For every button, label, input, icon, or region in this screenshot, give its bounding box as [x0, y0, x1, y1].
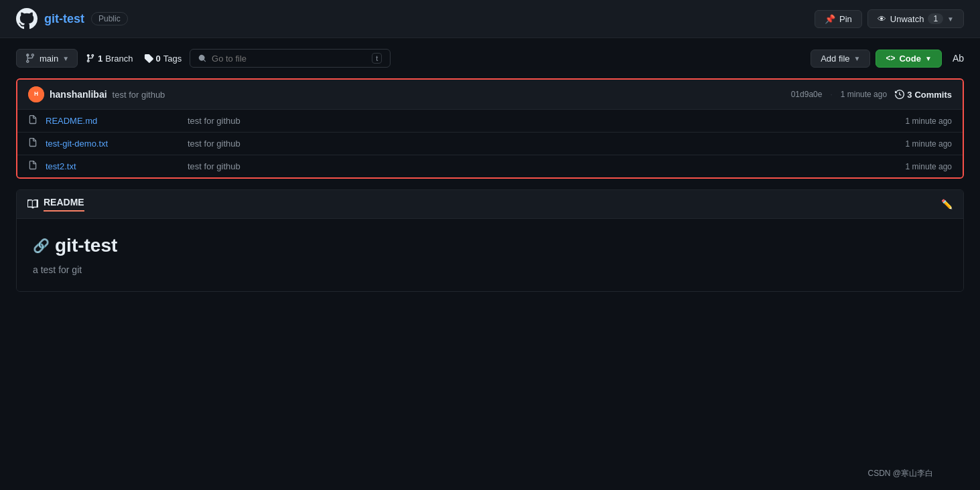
file-time-test2: 1 minute ago	[885, 162, 952, 171]
file-browser-section: H hanshanlibai test for github 01d9a0e ·…	[16, 78, 964, 292]
file-browser: H hanshanlibai test for github 01d9a0e ·…	[16, 78, 964, 179]
chevron-down-code-icon: ▼	[925, 55, 932, 62]
repo-toolbar: main ▼ 1 Branch 0 Tags t Add file	[0, 38, 980, 78]
chevron-down-icon: ▼	[947, 15, 954, 23]
code-icon: <>	[886, 54, 895, 63]
readme-header: README ✏️	[17, 190, 963, 219]
watch-count: 1	[928, 13, 943, 24]
commit-row: H hanshanlibai test for github 01d9a0e ·…	[17, 80, 963, 110]
branch-count-icon	[86, 54, 95, 63]
branches-link[interactable]: 1 Branch	[86, 54, 133, 64]
chevron-down-icon: ▼	[854, 55, 861, 62]
separator: ·	[830, 90, 832, 99]
file-icon	[28, 138, 38, 149]
avatar: H	[28, 86, 44, 102]
commits-count: 3	[907, 90, 912, 100]
file-time-readme: 1 minute ago	[885, 116, 952, 126]
link-icon: 🔗	[33, 238, 50, 254]
file-commit-msg-test2: test for github	[188, 161, 877, 171]
file-icon	[28, 161, 38, 172]
file-name-readme[interactable]: README.md	[46, 116, 180, 126]
file-commit-msg-readme: test for github	[188, 116, 877, 126]
repo-name[interactable]: git-test	[44, 12, 84, 26]
commits-label: Commits	[914, 90, 952, 100]
github-logo-icon	[16, 8, 38, 29]
unwatch-button[interactable]: 👁 Unwatch 1 ▼	[867, 9, 964, 28]
branch-tags: 1 Branch 0 Tags	[86, 54, 182, 64]
commit-hash[interactable]: 01d9a0e	[791, 90, 823, 99]
pin-icon: 📌	[825, 14, 835, 24]
search-key-badge: t	[372, 53, 382, 64]
pin-button[interactable]: 📌 Pin	[815, 10, 862, 28]
add-file-button[interactable]: Add file ▼	[811, 50, 870, 68]
edit-icon[interactable]: ✏️	[941, 199, 953, 210]
readme-repo-title: 🔗 git-test	[33, 235, 947, 256]
branches-label: Branch	[105, 54, 133, 64]
branches-count: 1	[98, 54, 102, 64]
file-name-test2[interactable]: test2.txt	[46, 161, 180, 171]
readme-description: a test for git	[33, 264, 947, 275]
code-button[interactable]: <> Code ▼	[876, 50, 941, 68]
book-icon	[27, 199, 38, 210]
search-bar: t	[190, 49, 391, 68]
tags-count: 0	[156, 54, 161, 64]
eye-icon: 👁	[878, 14, 886, 24]
file-time-test-git: 1 minute ago	[885, 139, 952, 149]
branch-name: main	[40, 54, 58, 64]
readme-title-text: README	[44, 197, 84, 212]
file-row: test2.txt test for github 1 minute ago	[17, 155, 963, 177]
readme-section: README ✏️ 🔗 git-test a test for git	[16, 189, 964, 292]
top-bar-right: 📌 Pin 👁 Unwatch 1 ▼	[815, 9, 964, 28]
file-row: README.md test for github 1 minute ago	[17, 110, 963, 133]
chevron-down-icon: ▼	[62, 55, 69, 62]
search-input[interactable]	[212, 54, 366, 64]
file-name-test-git[interactable]: test-git-demo.txt	[46, 139, 180, 149]
readme-title: README	[27, 197, 84, 212]
about-label: Ab	[953, 53, 964, 64]
commit-message: test for github	[113, 90, 165, 100]
top-bar: git-test Public 📌 Pin 👁 Unwatch 1 ▼	[0, 0, 980, 38]
tags-label: Tags	[163, 54, 182, 64]
branch-selector[interactable]: main ▼	[16, 49, 78, 68]
toolbar-right: Add file ▼ <> Code ▼ Ab	[811, 50, 964, 68]
svg-text:H: H	[34, 90, 38, 97]
commit-time: 1 minute ago	[841, 90, 887, 99]
file-commit-msg-test-git: test for github	[188, 139, 877, 149]
commit-author: H hanshanlibai test for github	[28, 86, 165, 102]
visibility-badge: Public	[91, 12, 128, 25]
commit-info-right: 01d9a0e · 1 minute ago 3 Commits	[791, 90, 952, 100]
history-icon	[895, 90, 904, 99]
top-bar-left: git-test Public	[16, 8, 128, 29]
commits-link[interactable]: 3 Commits	[895, 90, 952, 100]
tag-icon	[144, 54, 153, 63]
branch-icon	[25, 53, 36, 64]
file-row: test-git-demo.txt test for github 1 minu…	[17, 133, 963, 155]
readme-body: 🔗 git-test a test for git	[17, 219, 963, 291]
search-icon	[198, 54, 206, 63]
main-content: H hanshanlibai test for github 01d9a0e ·…	[0, 78, 980, 292]
commit-author-name[interactable]: hanshanlibai	[50, 89, 107, 100]
file-icon	[28, 115, 38, 127]
tags-link[interactable]: 0 Tags	[144, 54, 182, 64]
